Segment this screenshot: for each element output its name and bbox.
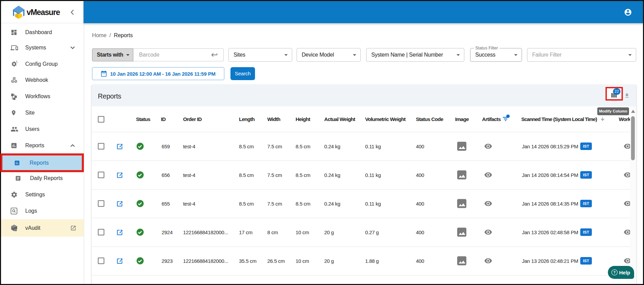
svg-text:?: ? [613,271,615,274]
